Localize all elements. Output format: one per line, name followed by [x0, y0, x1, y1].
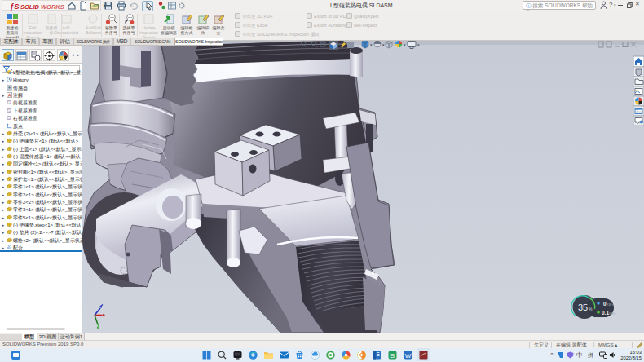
svg-text:KB/s: KB/s: [607, 302, 613, 307]
svg-text:W: W: [405, 352, 412, 360]
svg-text:S: S: [390, 352, 395, 360]
svg-text:%: %: [589, 307, 593, 311]
svg-text:SOLID: SOLID: [20, 3, 40, 11]
svg-text:35: 35: [578, 302, 588, 312]
svg-text:A: A: [8, 93, 11, 98]
svg-text:ƒS: ƒS: [10, 2, 20, 11]
svg-text:WORKS: WORKS: [41, 3, 64, 11]
svg-text:KB/s: KB/s: [609, 311, 615, 316]
svg-text:0.1: 0.1: [602, 310, 609, 316]
